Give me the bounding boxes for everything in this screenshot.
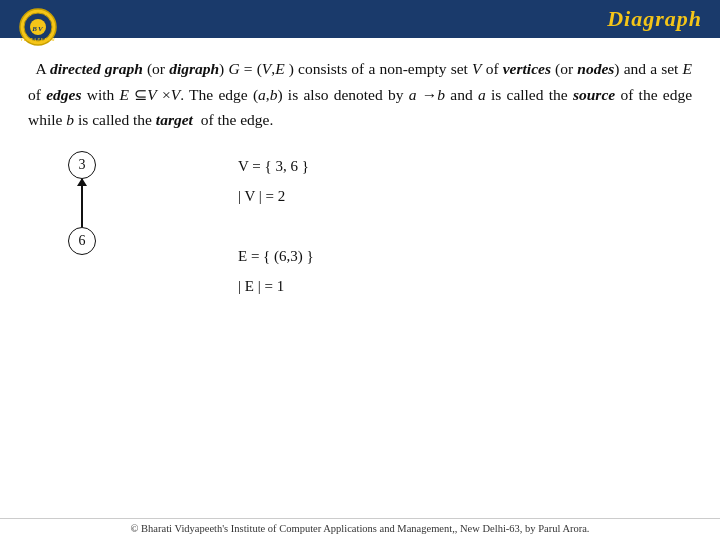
term-edges: edges (46, 86, 81, 103)
term-directed-graph: directed graph (50, 60, 143, 77)
term-target: target (156, 111, 193, 128)
E-set-line1: E = { (6,3) } (238, 241, 314, 271)
diagram-section: 3 6 V = { 3, 6 } | V | = 2 E = { (6,3) }… (58, 151, 692, 301)
term-digraph: digraph (169, 60, 219, 77)
term-source: source (573, 86, 615, 103)
V-set-line1: V = { 3, 6 } (238, 151, 314, 181)
node-6: 6 (68, 227, 96, 255)
page-header: BV VIDYAPEETH Diagraph (0, 0, 720, 38)
definition-paragraph: A directed graph (or digraph) G = (V,E )… (28, 56, 692, 133)
E-set-line2: | E | = 1 (238, 271, 314, 301)
term-vertices: vertices (503, 60, 551, 77)
main-content: A directed graph (or digraph) G = (V,E )… (0, 38, 720, 311)
footer: © Bharati Vidyapeeth's Institute of Comp… (0, 518, 720, 534)
header-title: Diagraph (607, 6, 702, 31)
set-info: V = { 3, 6 } | V | = 2 E = { (6,3) } | E… (238, 151, 314, 301)
graph-drawing: 3 6 (58, 151, 178, 255)
node-3: 3 (68, 151, 96, 179)
footer-text: © Bharati Vidyapeeth's Institute of Comp… (131, 523, 590, 534)
term-nodes: nodes (577, 60, 614, 77)
edge-arrow (81, 179, 83, 227)
svg-text:VIDYAPEETH: VIDYAPEETH (20, 37, 55, 42)
logo: BV VIDYAPEETH (8, 4, 68, 49)
V-set-line2: | V | = 2 (238, 181, 314, 211)
svg-text:BV: BV (31, 25, 44, 33)
